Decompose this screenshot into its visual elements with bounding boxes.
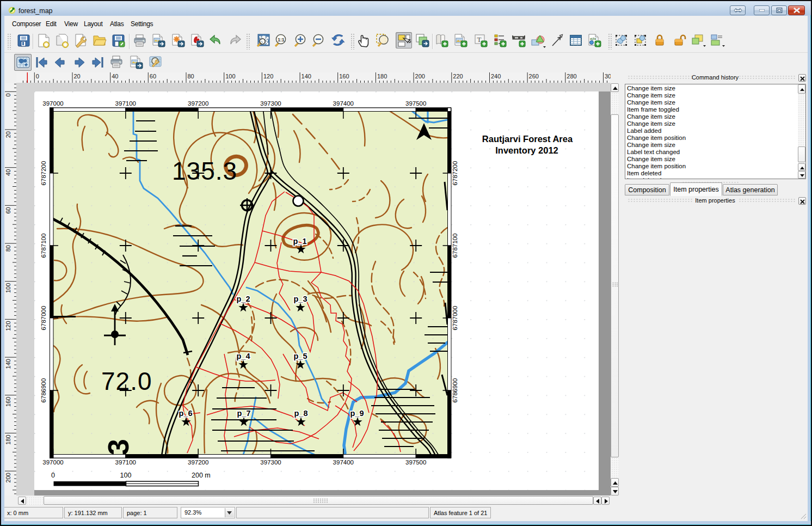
svg-text:p_3: p_3 bbox=[294, 295, 307, 303]
svg-text:60: 60 bbox=[150, 73, 156, 79]
svg-text:397100: 397100 bbox=[115, 459, 136, 466]
svg-text:397000: 397000 bbox=[42, 100, 63, 107]
svg-text:3: 3 bbox=[102, 439, 134, 455]
svg-text:p_4: p_4 bbox=[237, 352, 250, 360]
svg-text:397000: 397000 bbox=[42, 459, 63, 466]
svg-text:397200: 397200 bbox=[188, 100, 208, 107]
svg-text:200: 200 bbox=[415, 73, 425, 79]
svg-text:6786900: 6786900 bbox=[452, 378, 458, 403]
svg-text:180: 180 bbox=[377, 73, 387, 79]
svg-text:100: 100 bbox=[120, 472, 132, 479]
svg-text:6787000: 6787000 bbox=[40, 306, 47, 331]
svg-text:300: 300 bbox=[605, 73, 611, 79]
svg-text:6787200: 6787200 bbox=[452, 161, 458, 186]
svg-text:6786900: 6786900 bbox=[40, 378, 47, 403]
svg-text:397300: 397300 bbox=[260, 459, 281, 466]
svg-text:80: 80 bbox=[188, 73, 194, 79]
svg-text:140: 140 bbox=[302, 73, 311, 79]
svg-text:p_6: p_6 bbox=[179, 409, 193, 418]
svg-text:100: 100 bbox=[225, 73, 235, 79]
svg-text:140: 140 bbox=[5, 359, 11, 369]
svg-text:135.3: 135.3 bbox=[172, 157, 237, 185]
svg-text:Inventory 2012: Inventory 2012 bbox=[495, 145, 558, 155]
svg-text:p_7: p_7 bbox=[237, 409, 251, 418]
svg-text:1:1: 1:1 bbox=[278, 37, 285, 42]
svg-text:p_5: p_5 bbox=[294, 352, 307, 360]
svg-text:200: 200 bbox=[5, 473, 11, 482]
svg-text:397500: 397500 bbox=[405, 459, 426, 466]
svg-text:397400: 397400 bbox=[333, 459, 354, 466]
svg-text:397200: 397200 bbox=[188, 459, 208, 466]
svg-text:160: 160 bbox=[339, 73, 349, 79]
svg-text:180: 180 bbox=[5, 435, 11, 444]
svg-text:p_8: p_8 bbox=[294, 409, 308, 418]
svg-text:260: 260 bbox=[529, 73, 539, 79]
svg-text:T: T bbox=[477, 35, 482, 44]
svg-text:40: 40 bbox=[112, 73, 118, 79]
svg-text:20: 20 bbox=[74, 73, 81, 79]
svg-text:0: 0 bbox=[5, 93, 11, 96]
svg-text:397100: 397100 bbox=[115, 100, 136, 107]
svg-text:120: 120 bbox=[5, 321, 11, 331]
svg-text:200 m: 200 m bbox=[192, 472, 211, 479]
svg-text:220: 220 bbox=[453, 73, 463, 79]
svg-text:120: 120 bbox=[263, 73, 273, 79]
svg-text:397500: 397500 bbox=[405, 100, 426, 107]
svg-text:60: 60 bbox=[5, 207, 11, 213]
svg-text:Rautjarvi Forest Area: Rautjarvi Forest Area bbox=[482, 134, 573, 144]
svg-text:240: 240 bbox=[491, 73, 501, 79]
svg-text:80: 80 bbox=[5, 245, 11, 252]
svg-text:40: 40 bbox=[5, 169, 11, 176]
svg-text:6787000: 6787000 bbox=[452, 306, 458, 331]
svg-text:p_1: p_1 bbox=[293, 237, 307, 246]
svg-text:p_2: p_2 bbox=[237, 295, 250, 303]
svg-text:p_9: p_9 bbox=[350, 409, 364, 418]
svg-text:6787100: 6787100 bbox=[40, 234, 47, 258]
svg-text:20: 20 bbox=[5, 131, 11, 138]
svg-text:0: 0 bbox=[36, 73, 39, 79]
svg-text:0: 0 bbox=[51, 472, 55, 479]
svg-text:160: 160 bbox=[5, 397, 11, 407]
svg-text:6787100: 6787100 bbox=[452, 234, 458, 258]
svg-text:280: 280 bbox=[567, 73, 576, 79]
svg-text:100: 100 bbox=[5, 283, 11, 293]
svg-text:397400: 397400 bbox=[333, 100, 354, 107]
svg-text:72.0: 72.0 bbox=[101, 367, 152, 395]
svg-text:397300: 397300 bbox=[260, 100, 281, 107]
svg-text:6787200: 6787200 bbox=[40, 161, 47, 186]
